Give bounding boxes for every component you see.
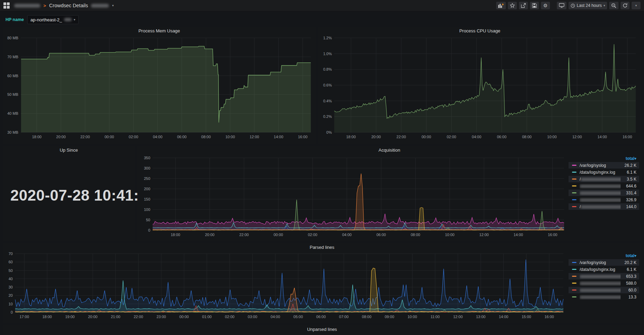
legend-total-value: 644.6 [621,184,636,189]
x-tick-label: 02:00 [447,135,456,139]
breadcrumb-dashboard-title[interactable]: Crowdsec Details [49,3,88,8]
x-tick-label: 16:00 [623,135,632,139]
cycle-view-button[interactable] [557,2,566,9]
y-tick-label: 20 [9,293,13,297]
settings-button[interactable]: ⚙ [541,2,550,9]
acquisition-chart[interactable]: 18:0020:0022:0000:0002:0004:0006:0008:00… [137,154,567,241]
x-tick-label: 02:00 [225,315,235,319]
panel-title-unparsed-lines[interactable]: Unparsed lines [3,325,641,334]
legend-total-value: 3.5 K [621,177,636,182]
legend-row[interactable]: /data/logs/nginx.log6.1 K [569,266,639,273]
legend-sort-header[interactable]: total▾ [569,253,639,259]
x-tick-label: 01:00 [202,315,212,319]
legend-series-label: /var/log/syslog [580,260,621,265]
parsed-lines-chart[interactable]: 17:0018:0019:0020:0021:0022:0023:0000:00… [3,252,567,323]
x-tick-label: 16:00 [548,233,558,237]
legend-row[interactable]: /var/log/syslog20.2 K [569,259,639,266]
legend-row[interactable]: 60.0 [569,287,639,293]
legend-total-value: 326.9 [621,197,636,202]
legend-row[interactable]: /data/logs/nginx.log6.1 K [569,169,639,175]
variable-dropdown[interactable]: ap-northeast-2_ ▾ [27,15,78,24]
x-tick-label: 06:00 [316,315,326,319]
add-panel-button[interactable] [496,2,506,9]
panel-title-acquisition[interactable]: Acquisition [137,146,641,154]
share-button[interactable] [519,2,528,9]
y-tick-label: 300 [144,166,150,170]
y-tick-label: 70 MB [7,55,18,59]
legend-series-label [580,281,621,286]
legend-row[interactable]: /144.0 [569,203,639,210]
y-tick-label: 250 [144,176,150,181]
time-range-caret-icon: ▾ [603,4,605,7]
save-button[interactable] [530,2,539,9]
gear-icon: ⚙ [543,3,548,8]
variable-value-redacted [64,18,72,21]
x-tick-label: 21:00 [111,315,121,319]
legend-row[interactable]: 331.4 [569,190,639,196]
apps-grid-icon[interactable] [3,2,10,9]
breadcrumb-redacted-org[interactable] [14,4,40,8]
x-tick-label: 06:00 [177,135,187,139]
legend-row[interactable]: /3.5 K [569,176,639,182]
legend-total-value: 60.0 [621,288,636,293]
legend-color-swatch [572,296,576,297]
legend-series-label [580,184,621,189]
x-tick-label: 14:00 [597,135,607,139]
x-tick-label: 12:00 [479,233,489,237]
panel-process-cpu-usage: Process CPU Usage 18:0020:0022:0000:0002… [318,27,641,144]
x-tick-label: 12:00 [249,135,259,139]
legend-total-value: 20.2 K [621,260,636,265]
legend-sort-header[interactable]: total▾ [569,156,639,162]
refresh-interval-button[interactable]: ▾ [632,2,641,9]
cpu-usage-chart[interactable]: 18:0020:0022:0000:0002:0004:0006:0008:00… [318,35,641,143]
legend-series-label: /data/logs/nginx.log [580,170,621,175]
legend-series-label [580,191,621,195]
legend-total-value: 653.3 [621,274,636,279]
share-icon [521,3,526,8]
navbar: > Crowdsec Details ▾ [0,0,644,11]
x-tick-label: 06:00 [376,233,386,237]
x-tick-label: 07:00 [339,315,349,319]
save-icon [532,3,537,8]
panel-title-mem[interactable]: Process Mem Usage [3,27,316,35]
legend-total-value: 6.1 K [621,267,636,272]
panel-title-cpu[interactable]: Process CPU Usage [318,27,641,35]
breadcrumb-caret-icon[interactable]: ▾ [112,4,114,7]
up-since-value: 2020-07-28 10:41:10 [10,187,156,204]
x-tick-label: 00:00 [179,315,189,319]
legend-row[interactable]: 644.6 [569,183,639,189]
mem-usage-chart[interactable]: 18:0020:0022:0000:0002:0004:0006:0008:00… [3,35,316,143]
monitor-icon [559,3,564,8]
refresh-icon [623,3,627,8]
panel-title-parsed-lines[interactable]: Parsed lines [3,243,641,252]
legend-row[interactable]: 588.0 [569,280,639,286]
series-area-redacted_3 [153,174,564,231]
panel-title-up-since[interactable]: Up Since [3,146,135,154]
legend-row[interactable]: 13.3 [569,294,639,300]
acquisition-legend: total▾ /var/log/syslog26.2 K/data/logs/n… [569,156,639,210]
x-tick-label: 18:00 [171,233,180,237]
y-tick-label: 0.4% [323,99,332,103]
y-tick-label: 60 MB [7,74,18,78]
zoom-out-button[interactable] [609,2,619,9]
y-tick-label: 50 MB [7,92,18,97]
refresh-button[interactable] [621,2,630,9]
y-tick-label: 50 [146,218,150,222]
legend-color-swatch [572,283,576,284]
x-tick-label: 18:00 [32,135,42,139]
star-button[interactable] [508,2,517,9]
y-tick-label: 40 [9,277,13,281]
x-tick-label: 00:00 [274,233,283,237]
x-tick-label: 11:00 [430,315,440,319]
legend-total-value: 26.2 K [621,163,636,168]
time-range-picker[interactable]: Last 24 hours ▾ [569,2,607,9]
legend-row[interactable]: 653.3 [569,273,639,280]
legend-label-redacted [581,178,621,181]
legend-color-swatch [572,179,576,180]
legend-row[interactable]: 326.9 [569,196,639,203]
legend-row[interactable]: /var/log/syslog26.2 K [569,162,639,169]
x-tick-label: 06:00 [497,135,507,139]
legend-label-redacted [580,275,621,278]
x-tick-label: 22:00 [80,135,90,139]
legend-total-value: 331.4 [621,191,636,195]
